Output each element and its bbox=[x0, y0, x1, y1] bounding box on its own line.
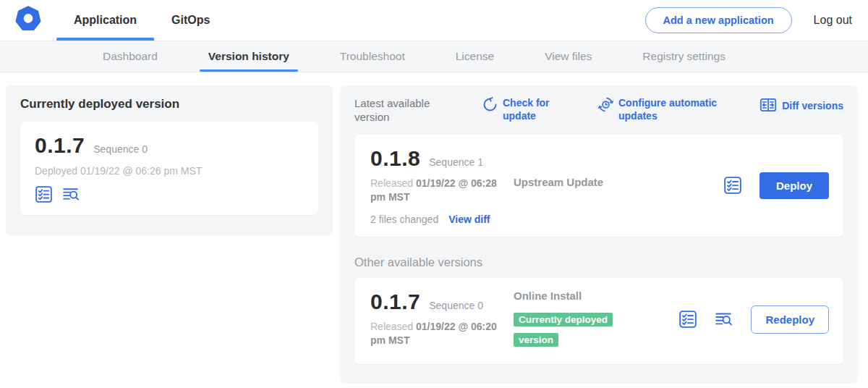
logout-link[interactable]: Log out bbox=[814, 14, 852, 27]
subnav-tab-registry-settings[interactable]: Registry settings bbox=[634, 41, 734, 72]
check-for-update-label: Check for update bbox=[503, 97, 556, 122]
subnav-tab-license[interactable]: License bbox=[447, 41, 503, 72]
subnav-tab-version-history[interactable]: Version history bbox=[200, 41, 298, 72]
diff-versions-icon bbox=[760, 97, 777, 116]
configure-automatic-updates-action[interactable]: Configure automatic updates bbox=[598, 97, 727, 122]
check-for-update-action[interactable]: Check for update bbox=[482, 97, 556, 122]
currently-deployed-panel: Currently deployed version 0.1.7 Sequenc… bbox=[6, 85, 333, 235]
latest-sequence-label: Sequence 1 bbox=[429, 156, 483, 168]
other-source-label: Online Install bbox=[514, 290, 582, 302]
view-diff-link[interactable]: View diff bbox=[448, 214, 490, 225]
deployed-date-text: Deployed 01/19/22 @ 06:26 pm MST bbox=[35, 165, 304, 177]
currently-deployed-title: Currently deployed version bbox=[20, 97, 318, 111]
deploy-logs-icon[interactable] bbox=[62, 185, 80, 203]
other-version-card: 0.1.7 Sequence 0 Released 01/19/22 @ 06:… bbox=[354, 278, 843, 364]
deploy-logs-icon[interactable] bbox=[715, 310, 733, 329]
redeploy-button[interactable]: Redeploy bbox=[751, 305, 829, 334]
diff-versions-action[interactable]: Diff versions bbox=[760, 97, 843, 116]
tab-gitops[interactable]: GitOps bbox=[154, 0, 227, 41]
top-navbar: Application GitOps Add a new application… bbox=[0, 0, 868, 41]
tab-application-label: Application bbox=[74, 14, 137, 27]
subnav-tab-view-files[interactable]: View files bbox=[536, 41, 600, 72]
other-version-number: 0.1.7 bbox=[370, 290, 420, 314]
other-sequence-label: Sequence 0 bbox=[429, 300, 483, 311]
preflight-checklist-icon[interactable] bbox=[723, 176, 742, 195]
deployed-version-number: 0.1.7 bbox=[35, 133, 85, 158]
latest-version-card: 0.1.8 Sequence 1 Released 01/19/22 @ 06:… bbox=[354, 135, 843, 237]
latest-available-title: Latest available version bbox=[354, 97, 446, 125]
latest-source-label: Upstream Update bbox=[514, 176, 603, 188]
available-versions-panel: Latest available version Check for updat… bbox=[340, 85, 858, 384]
refresh-icon bbox=[482, 97, 498, 115]
auto-update-clock-icon bbox=[598, 97, 613, 115]
deploy-button[interactable]: Deploy bbox=[760, 172, 829, 199]
deployed-sequence-label: Sequence 0 bbox=[93, 143, 148, 155]
latest-version-number: 0.1.8 bbox=[370, 146, 420, 171]
deployed-version-card: 0.1.7 Sequence 0 Deployed 01/19/22 @ 06:… bbox=[20, 122, 318, 215]
configure-automatic-updates-label: Configure automatic updates bbox=[618, 97, 727, 122]
preflight-checklist-icon[interactable] bbox=[678, 310, 697, 329]
tab-gitops-label: GitOps bbox=[171, 14, 210, 27]
tab-application[interactable]: Application bbox=[56, 0, 154, 41]
latest-released-text: Released 01/19/22 @ 06:28 pm MST bbox=[370, 177, 514, 205]
subnav-tab-troubleshoot[interactable]: Troubleshoot bbox=[331, 41, 414, 72]
files-changed-text: 2 files changed bbox=[370, 214, 438, 225]
add-new-application-button[interactable]: Add a new application bbox=[645, 7, 792, 33]
app-logo[interactable] bbox=[0, 0, 56, 41]
preflight-checklist-icon[interactable] bbox=[35, 185, 53, 203]
top-tabs: Application GitOps bbox=[56, 0, 227, 41]
currently-deployed-badge: Currently deployed version bbox=[514, 313, 613, 347]
other-released-text: Released 01/19/22 @ 06:20 pm MST bbox=[370, 320, 514, 348]
version-history-page: Application GitOps Add a new application… bbox=[0, 0, 868, 388]
app-logo-heptagon-icon bbox=[15, 6, 41, 35]
app-subnav: Dashboard Version history Troubleshoot L… bbox=[0, 41, 868, 72]
subnav-tab-dashboard[interactable]: Dashboard bbox=[94, 41, 166, 72]
other-available-versions-title: Other available versions bbox=[354, 256, 843, 269]
topbar-right: Add a new application Log out bbox=[645, 0, 868, 41]
diff-versions-label: Diff versions bbox=[782, 100, 843, 113]
available-versions-header: Latest available version Check for updat… bbox=[354, 97, 843, 125]
